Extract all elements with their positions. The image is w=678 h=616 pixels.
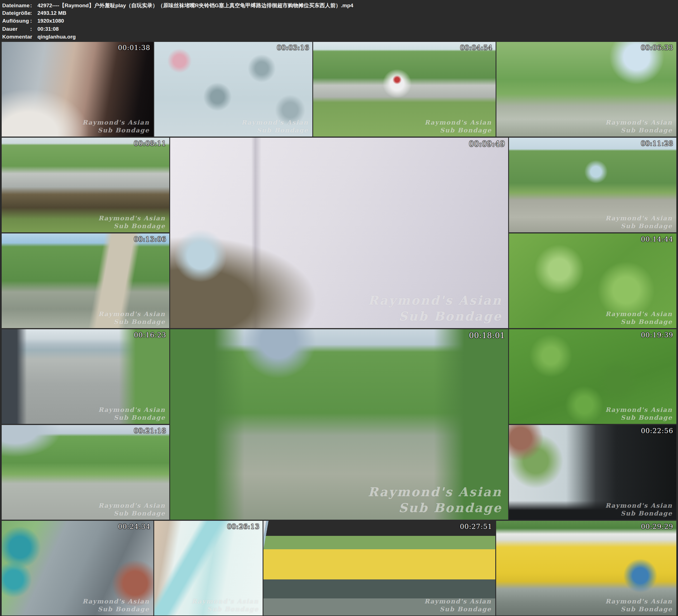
watermark-line2: Sub Bondage [605,222,672,230]
watermark: Raymond's AsianSub Bondage [368,484,502,516]
video-thumbnail-road-walk[interactable]: 00:18:01Raymond's AsianSub Bondage [170,329,508,519]
timestamp-overlay: 00:26:13 [227,523,260,531]
watermark-line1: Raymond's Asian [82,597,149,605]
video-thumbnail-street-stall[interactable]: 00:27:51Raymond's AsianSub Bondage [263,521,495,615]
video-contact-sheet: Dateiname : 42972----【Raymond】户外羞耻play（自… [0,0,678,616]
meta-colon: : [30,2,37,9]
watermark: Raymond's AsianSub Bondage [82,118,149,134]
timestamp-overlay: 00:21:18 [134,427,166,435]
watermark: Raymond's AsianSub Bondage [192,597,259,613]
left-column: 00:16:23Raymond's AsianSub Bondage00:21:… [2,329,169,519]
timestamp-overlay: 00:22:56 [641,427,673,435]
timestamp-overlay: 00:09:49 [469,140,505,148]
watermark: Raymond's AsianSub Bondage [605,406,672,422]
meta-row-filesize: Dateigröße : 2493.12 MB [2,10,675,18]
watermark-line1: Raymond's Asian [605,310,672,318]
video-thumbnail-hedge-path[interactable]: 00:11:28Raymond's AsianSub Bondage [509,138,676,232]
watermark-line2: Sub Bondage [605,605,672,613]
watermark-line1: Raymond's Asian [98,502,165,510]
watermark-line2: Sub Bondage [98,414,165,422]
watermark-line1: Raymond's Asian [368,292,502,308]
watermark-line2: Sub Bondage [605,318,672,326]
watermark: Raymond's AsianSub Bondage [424,597,491,613]
watermark-line1: Raymond's Asian [368,484,502,500]
meta-value-comment: qinglanhua.org [37,34,675,40]
watermark-line2: Sub Bondage [605,509,672,517]
timestamp-overlay: 00:11:28 [641,140,673,147]
watermark-line2: Sub Bondage [424,605,491,613]
meta-colon: : [30,10,37,16]
right-column: 00:19:39Raymond's AsianSub Bondage00:22:… [509,329,676,519]
watermark-line1: Raymond's Asian [192,597,259,605]
watermark-line1: Raymond's Asian [98,214,165,222]
timestamp-overlay: 00:18:01 [469,331,505,340]
meta-row-duration: Dauer : 00:31:08 [2,26,675,34]
video-thumbnail-face-closeup[interactable]: 00:01:38Raymond's AsianSub Bondage [2,42,153,137]
watermark-line1: Raymond's Asian [605,597,672,605]
video-thumbnail-green-blur[interactable]: 00:14:44Raymond's AsianSub Bondage [509,233,676,328]
watermark-line2: Sub Bondage [98,222,165,230]
watermark-line2: Sub Bondage [98,318,165,326]
right-column: 00:11:28Raymond's AsianSub Bondage00:14:… [509,138,676,328]
meta-colon: : [30,26,37,32]
timestamp-overlay: 00:01:38 [118,44,150,52]
watermark-line1: Raymond's Asian [241,118,308,126]
thumbnail-grid: 00:01:38Raymond's AsianSub Bondage00:03:… [2,42,676,615]
meta-colon: : [30,18,37,24]
timestamp-overlay: 00:04:54 [460,44,492,52]
timestamp-overlay: 00:27:51 [460,523,492,531]
watermark: Raymond's AsianSub Bondage [98,214,165,230]
video-thumbnail-car-interior[interactable]: 00:24:34Raymond's AsianSub Bondage [2,521,153,615]
watermark-line1: Raymond's Asian [605,502,672,510]
watermark: Raymond's AsianSub Bondage [605,502,672,517]
meta-label-filesize: Dateigröße [2,10,30,16]
video-thumbnail-roadside[interactable]: 00:21:18Raymond's AsianSub Bondage [2,425,169,519]
meta-label-comment: Kommentar [2,34,30,40]
watermark-line2: Sub Bondage [82,126,149,134]
watermark-line2: Sub Bondage [605,414,672,422]
watermark: Raymond's AsianSub Bondage [241,118,308,134]
video-thumbnail-car-window[interactable]: 00:22:56Raymond's AsianSub Bondage [509,425,676,519]
watermark: Raymond's AsianSub Bondage [98,502,165,517]
video-thumbnail-road-trees[interactable]: 00:08:11Raymond's AsianSub Bondage [2,138,169,232]
timestamp-overlay: 00:29:29 [641,523,673,531]
video-thumbnail-fabric-closeup[interactable]: 00:26:13Raymond's AsianSub Bondage [154,521,263,615]
video-thumbnail-park-lawn[interactable]: 00:04:54Raymond's AsianSub Bondage [313,42,496,137]
watermark-line2: Sub Bondage [241,126,308,134]
video-thumbnail-tree-path[interactable]: 00:06:33Raymond's AsianSub Bondage [496,42,676,137]
meta-value-resolution: 1920x1080 [37,18,675,24]
meta-value-duration: 00:31:08 [37,26,675,32]
grid-section-3: 00:16:23Raymond's AsianSub Bondage00:21:… [2,329,676,519]
video-thumbnail-tree-lined-path[interactable]: 00:13:06Raymond's AsianSub Bondage [2,233,169,328]
watermark-line2: Sub Bondage [605,126,672,134]
grid-section-2: 00:08:11Raymond's AsianSub Bondage00:13:… [2,138,676,328]
video-thumbnail-dense-bushes[interactable]: 00:19:39Raymond's AsianSub Bondage [509,329,676,424]
meta-label-duration: Dauer [2,26,30,32]
watermark: Raymond's AsianSub Bondage [605,597,672,613]
timestamp-overlay: 00:13:06 [134,235,166,243]
video-thumbnail-road-car[interactable]: 00:16:23Raymond's AsianSub Bondage [2,329,169,424]
timestamp-overlay: 00:16:23 [134,331,166,339]
watermark-line1: Raymond's Asian [605,406,672,414]
watermark-line2: Sub Bondage [368,500,502,516]
timestamp-overlay: 00:08:11 [134,140,166,147]
watermark-line1: Raymond's Asian [605,118,672,126]
watermark: Raymond's AsianSub Bondage [98,310,165,326]
grid-section-1: 00:01:38Raymond's AsianSub Bondage00:03:… [2,42,676,137]
watermark-line1: Raymond's Asian [424,597,491,605]
file-metadata: Dateiname : 42972----【Raymond】户外羞耻play（自… [0,0,678,42]
watermark: Raymond's AsianSub Bondage [605,214,672,230]
watermark-line1: Raymond's Asian [98,406,165,414]
video-thumbnail-yellow-cart[interactable]: 00:29:29Raymond's AsianSub Bondage [496,521,676,615]
watermark: Raymond's AsianSub Bondage [98,406,165,422]
watermark-line1: Raymond's Asian [98,310,165,318]
video-thumbnail-shirt-closeup[interactable]: 00:09:49Raymond's AsianSub Bondage [170,138,508,328]
watermark: Raymond's AsianSub Bondage [368,292,502,324]
video-thumbnail-floral-fabric[interactable]: 00:03:16Raymond's AsianSub Bondage [154,42,312,137]
meta-row-resolution: Auflösung : 1920x1080 [2,18,675,26]
timestamp-overlay: 00:06:33 [641,44,673,52]
meta-label-filename: Dateiname [2,2,30,9]
grid-section-4: 00:24:34Raymond's AsianSub Bondage00:26:… [2,521,676,615]
watermark: Raymond's AsianSub Bondage [82,597,149,613]
watermark-line1: Raymond's Asian [605,214,672,222]
